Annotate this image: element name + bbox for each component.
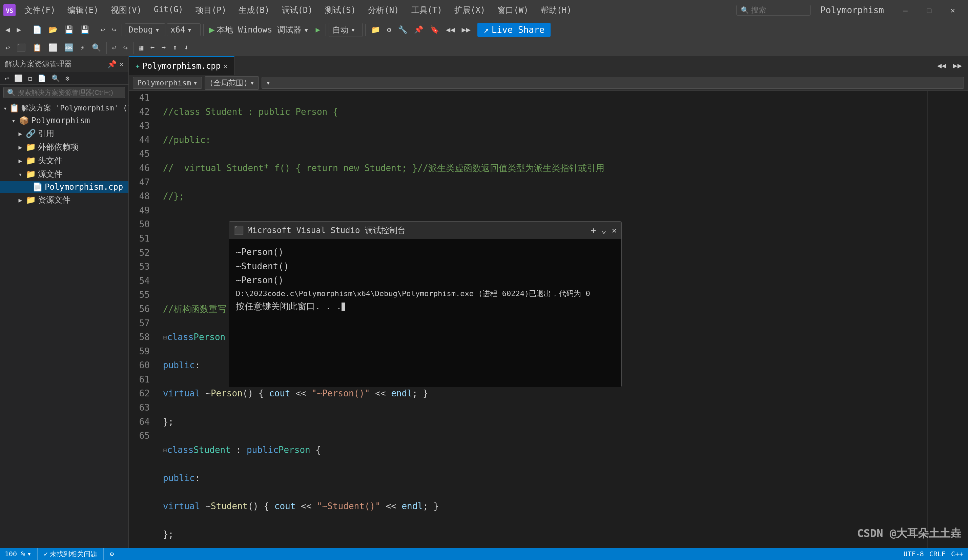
status-no-errors[interactable]: ✓ 未找到相关问题 xyxy=(44,550,97,558)
live-share-button[interactable]: ↗ Live Share xyxy=(477,23,550,37)
platform-dropdown[interactable]: x64 ▾ xyxy=(167,23,201,36)
console-body: ~Person() ~Student() ~Person() D:\2023co… xyxy=(229,239,622,387)
sidebar-search-input[interactable] xyxy=(18,89,121,96)
open-file-button[interactable]: 📂 xyxy=(46,24,60,35)
code-line-52: }; xyxy=(163,415,921,429)
new-file-button[interactable]: 📄 xyxy=(30,24,45,35)
toolbar-icon6[interactable]: ◀◀ xyxy=(443,24,458,35)
tree-item-headers[interactable]: ▶ 📁 头文件 xyxy=(0,154,128,167)
sidebar-tb6[interactable]: ⚙ xyxy=(63,73,71,83)
tab-expand-icon[interactable]: ▶▶ xyxy=(950,60,965,71)
toolbar2-icon9[interactable]: ↪ xyxy=(121,42,131,53)
menu-help[interactable]: 帮助(H) xyxy=(535,3,578,17)
tree-item-external[interactable]: ▶ 📁 外部依赖项 xyxy=(0,140,128,154)
sidebar-tb2[interactable]: ⬜ xyxy=(12,73,25,83)
nav-scope-dropdown[interactable]: (全局范围) ▾ xyxy=(205,76,259,90)
toolbar2-icon7[interactable]: 🔍 xyxy=(89,42,104,53)
nav-class-dropdown[interactable]: Polymorphism ▾ xyxy=(133,77,202,89)
toolbar2-icon2[interactable]: ⬛ xyxy=(14,42,28,53)
redo-button[interactable]: ↪ xyxy=(109,24,119,35)
status-config-icon[interactable]: ⚙ xyxy=(110,550,114,558)
sidebar-search[interactable]: 🔍 xyxy=(3,87,125,98)
toolbar-icon7[interactable]: ▶▶ xyxy=(459,24,474,35)
menu-analyze[interactable]: 分析(N) xyxy=(362,3,405,17)
toolbar2-icon5[interactable]: 🔤 xyxy=(62,42,76,53)
save-button[interactable]: 💾 xyxy=(62,24,76,35)
headers-icon: 📁 xyxy=(26,156,36,165)
title-search-box[interactable]: 🔍 xyxy=(736,5,811,16)
toolbar2-icon14[interactable]: ⬇ xyxy=(181,42,191,53)
menu-file[interactable]: 文件(F) xyxy=(18,3,61,17)
search-input[interactable] xyxy=(751,6,792,15)
minimize-button[interactable]: — xyxy=(893,0,917,20)
arrow-icon: ▾ xyxy=(17,171,24,178)
tab-close-icon[interactable]: ✕ xyxy=(223,62,227,70)
toolbar2-icon11[interactable]: ⬅ xyxy=(148,42,157,53)
toolbar2-icon3[interactable]: 📋 xyxy=(30,42,45,53)
back-button[interactable]: ◀ xyxy=(3,24,13,35)
tree-item-solution[interactable]: ▾ 📋 解决方案 'Polymorphism' (1 个项目,... xyxy=(0,102,128,114)
config-dropdown[interactable]: Debug ▾ xyxy=(125,23,165,36)
close-button[interactable]: ✕ xyxy=(941,0,965,20)
menu-debug[interactable]: 调试(D) xyxy=(276,3,319,17)
menu-window[interactable]: 窗口(W) xyxy=(491,3,534,17)
forward-button[interactable]: ▶ xyxy=(14,24,24,35)
config-label: Debug xyxy=(128,25,153,35)
tab-collapse-icon[interactable]: ◀◀ xyxy=(935,60,949,71)
tree-item-cpp-file[interactable]: 📄 Polymorphism.cpp xyxy=(0,181,128,193)
refs-label: 引用 xyxy=(38,128,54,139)
menu-git[interactable]: Git(G) xyxy=(148,3,189,17)
solution-icon: 📋 xyxy=(9,103,19,113)
toolbar2-icon13[interactable]: ⬆ xyxy=(170,42,180,53)
status-zoom[interactable]: 100 % ▾ xyxy=(5,550,31,558)
menu-edit[interactable]: 编辑(E) xyxy=(61,3,104,17)
toolbar2-icon10[interactable]: ▦ xyxy=(136,42,146,53)
toolbar-icon5[interactable]: 🔖 xyxy=(427,24,442,35)
menu-build[interactable]: 生成(B) xyxy=(232,3,275,17)
toolbar2-icon8[interactable]: ↩ xyxy=(109,42,119,53)
menu-test[interactable]: 测试(S) xyxy=(319,3,362,17)
sidebar-tb1[interactable]: ↩ xyxy=(3,73,11,83)
toolbar2-icon6[interactable]: ⚡ xyxy=(78,42,88,53)
toolbar-icon1[interactable]: 📁 xyxy=(368,24,383,35)
undo-button[interactable]: ↩ xyxy=(98,24,108,35)
console-add-tab-button[interactable]: + xyxy=(590,225,596,235)
code-line-54: public: xyxy=(163,471,921,485)
run-button[interactable]: ▶ 本地 Windows 调试器 ▾ xyxy=(206,23,312,36)
line-num-50: 50 xyxy=(132,217,152,232)
menu-view[interactable]: 视图(V) xyxy=(105,3,148,17)
toolbar2-icon12[interactable]: ➡ xyxy=(159,42,169,53)
nav-member-dropdown[interactable]: ▾ xyxy=(262,77,964,89)
tree-item-refs[interactable]: ▶ 🔗 引用 xyxy=(0,127,128,140)
auto-dropdown[interactable]: 自动 ▾ xyxy=(329,23,363,37)
sidebar-tb5[interactable]: 🔍 xyxy=(50,73,62,83)
toolbar-icon2[interactable]: ⚙ xyxy=(384,24,394,35)
tree-item-resources[interactable]: ▶ 📁 资源文件 xyxy=(0,193,128,207)
continue-button[interactable]: ▶ xyxy=(313,24,323,35)
line-num-60: 60 xyxy=(132,358,152,373)
sidebar-close-icon[interactable]: ✕ xyxy=(119,60,124,68)
sidebar-pin-icon[interactable]: 📌 xyxy=(108,60,116,68)
console-close-button[interactable]: ✕ xyxy=(612,225,617,235)
toolbar2-icon4[interactable]: ⬜ xyxy=(46,42,60,53)
tree-item-sources[interactable]: ▾ 📁 源文件 xyxy=(0,167,128,181)
maximize-button[interactable]: □ xyxy=(917,0,941,20)
toolbar2-icon1[interactable]: ↩ xyxy=(3,42,13,53)
save-all-button[interactable]: 💾 xyxy=(78,24,92,35)
tree-item-project[interactable]: ▾ 📦 Polymorphism xyxy=(0,114,128,127)
sep1 xyxy=(27,24,27,36)
window-controls: — □ ✕ xyxy=(893,0,965,20)
arrow-icon: ▶ xyxy=(17,144,24,151)
menu-extensions[interactable]: 扩展(X) xyxy=(448,3,491,17)
menu-project[interactable]: 项目(P) xyxy=(189,3,232,17)
toolbar-icon3[interactable]: 🔧 xyxy=(395,24,410,35)
project-label: Polymorphism xyxy=(31,116,90,125)
sidebar-tree: ▾ 📋 解决方案 'Polymorphism' (1 个项目,... ▾ 📦 P… xyxy=(0,100,128,548)
settings-icon: ⚙ xyxy=(110,550,114,558)
menu-tools[interactable]: 工具(T) xyxy=(405,3,448,17)
console-chevron-icon[interactable]: ⌄ xyxy=(602,225,606,235)
sidebar-tb4[interactable]: 📄 xyxy=(36,73,48,83)
sidebar-tb3[interactable]: ◻ xyxy=(26,73,34,83)
toolbar-icon4[interactable]: 📌 xyxy=(411,24,426,35)
editor-tab-polymorphism[interactable]: + Polymorphism.cpp ✕ xyxy=(129,56,234,75)
